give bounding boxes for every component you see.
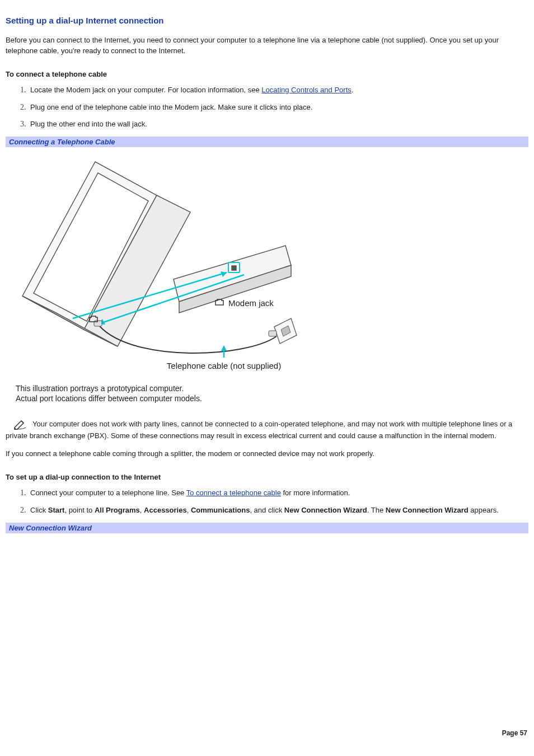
step2-2: Click Start, point to All Programs, Acce… [28,505,528,516]
diagram-svg: Modem jack Telephone cable (not supplied… [6,151,308,408]
link-connect-cable[interactable]: To connect a telephone cable [186,489,281,497]
b-ncw2: New Connection Wizard [386,506,469,514]
modem-jack-symbol-icon [216,299,223,305]
figure-telephone-cable: Modem jack Telephone cable (not supplied… [6,151,528,410]
b-ncw: New Connection Wizard [284,506,367,514]
splitter-paragraph: If you connect a telephone cable coming … [6,449,528,459]
c1: , [140,506,144,514]
step-1: Locate the Modem jack on your computer. … [28,85,528,96]
intro-paragraph: Before you can connect to the Internet, … [6,35,528,57]
document-page: Setting up a dial-up Internet connection… [0,0,534,756]
t2: , and click [250,506,284,514]
step-1-text-pre: Locate the Modem jack on your computer. … [30,86,261,94]
modem-jack-label: Modem jack [228,298,274,308]
note-pencil-icon [13,420,27,431]
link-locating-controls[interactable]: Locating Controls and Ports [261,86,351,94]
wall-jack-icon [274,318,297,344]
t4: appears. [469,506,499,514]
section-heading-dialup: To set up a dial-up connection to the In… [6,473,528,481]
t-click: Click [30,506,48,514]
steps-dialup: Connect your computer to a telephone lin… [6,488,528,516]
page-number: Page 57 [502,729,527,737]
cable-label: Telephone cable (not supplied) [167,361,281,370]
step-3-text: Plug the other end into the wall jack. [30,120,147,128]
figure-footnote-2: Actual port locations differ between com… [16,394,202,403]
b-start: Start [48,506,65,514]
cable-callout-arrow [221,345,227,351]
steps-connect-cable: Locate the Modem jack on your computer. … [6,85,528,130]
step-3: Plug the other end into the wall jack. [28,119,528,130]
step-1-text-post: . [352,86,354,94]
t1: , point to [64,506,94,514]
note-block: Your computer does not work with party l… [6,420,528,440]
b-comm: Communications [191,506,250,514]
laptop-open-icon [22,162,190,346]
note-text: Your computer does not work with party l… [6,420,512,440]
b-allprograms: All Programs [95,506,140,514]
t3: . The [367,506,386,514]
svg-rect-7 [232,266,236,270]
figure-caption-bar-2: New Connection Wizard [6,523,528,533]
step-2: Plug one end of the telephone cable into… [28,102,528,113]
c2: , [187,506,191,514]
figure-footnote-1: This illustration portrays a prototypica… [16,384,184,393]
section-heading-connect-cable: To connect a telephone cable [6,70,528,78]
svg-rect-11 [269,331,277,336]
page-title: Setting up a dial-up Internet connection [6,16,528,25]
step2-1: Connect your computer to a telephone lin… [28,488,528,499]
figure-caption-bar-1: Connecting a Telephone Cable [6,137,528,147]
b-accessories: Accessories [144,506,187,514]
step2-1-post: for more information. [281,489,350,497]
step2-1-pre: Connect your computer to a telephone lin… [30,489,186,497]
step-2-text: Plug one end of the telephone cable into… [30,103,312,111]
